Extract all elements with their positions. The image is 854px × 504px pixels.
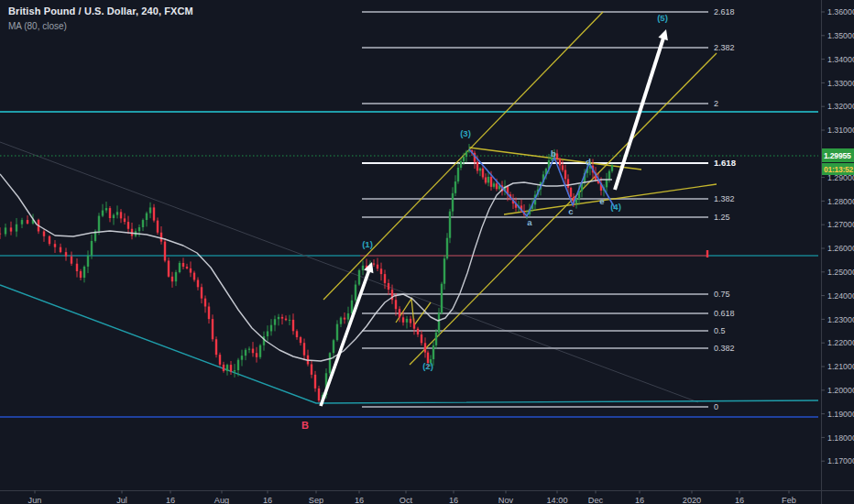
candle-body	[164, 242, 166, 261]
yellow-trend-channels[interactable]	[323, 12, 717, 365]
wave-label-e[interactable]: e	[599, 196, 604, 206]
candle-body	[449, 212, 451, 238]
candle-body	[245, 350, 246, 356]
tradingview-chart-window: 2.6182.38221.6181.3821.250.750.6180.50.3…	[0, 0, 854, 504]
candle-body	[91, 241, 93, 256]
candle-body	[208, 306, 210, 319]
wave-label-b[interactable]: b	[551, 148, 556, 159]
candle-body	[219, 355, 221, 365]
last-price-value: 1.29955	[824, 151, 851, 160]
wave-label-3[interactable]: (3)	[460, 128, 471, 138]
candle-body	[432, 345, 434, 359]
wave-label-a[interactable]: a	[527, 217, 532, 227]
candle-body	[98, 216, 100, 232]
candle-body	[21, 220, 23, 225]
impulse-arrow-2-shaft[interactable]	[615, 38, 663, 190]
candle-body	[355, 285, 356, 301]
fib-extension-drawing[interactable]: 2.6182.38221.6181.3821.250.750.6180.50.3…	[362, 7, 737, 411]
candle-body	[490, 177, 492, 187]
fib-label: 1.382	[714, 194, 735, 203]
candle-body	[60, 247, 61, 252]
fib-label: 0.75	[714, 290, 730, 299]
candle-body	[5, 227, 6, 234]
candle-body	[0, 234, 1, 235]
price-axis-label: 1.21000	[827, 362, 854, 371]
fib-label: 2.618	[714, 7, 735, 16]
price-axis-label: 1.31000	[827, 126, 854, 135]
price-axis-label: 1.25000	[827, 268, 854, 277]
candle-body	[248, 349, 250, 350]
indicator-label[interactable]: MA (80, close)	[8, 19, 193, 33]
candle-body	[336, 324, 338, 341]
candle-body	[223, 365, 224, 371]
candle-body	[71, 257, 72, 264]
candle-body	[149, 207, 151, 213]
bar-countdown-value: 01:13:52	[824, 165, 853, 174]
candle-body	[454, 181, 456, 193]
candle-body	[435, 333, 437, 345]
price-axis[interactable]: 1.360001.350001.340001.330001.320001.310…	[821, 7, 854, 466]
candle-body	[138, 227, 140, 231]
fib-label: 1.25	[714, 213, 730, 222]
fib-label: 0.618	[714, 309, 735, 318]
candle-body	[278, 317, 279, 319]
candle-body	[292, 320, 294, 331]
candle-body	[559, 159, 561, 165]
candle-body	[65, 252, 67, 257]
candle-body	[124, 218, 126, 222]
symbol-title[interactable]: British Pound / U.S. Dollar, 240, FXCM	[8, 5, 193, 18]
steep-channel-line-2[interactable]	[410, 53, 717, 365]
candle-body	[281, 317, 283, 319]
candle-body	[215, 339, 217, 355]
candle-body	[362, 266, 364, 270]
wave-label-c[interactable]: c	[568, 206, 574, 216]
candle-body	[201, 287, 203, 298]
candle-body	[197, 279, 199, 287]
time-axis-label: Sep	[309, 496, 323, 504]
candle-body	[413, 323, 415, 329]
wave-label-B[interactable]: B	[301, 420, 309, 431]
wave-label-5[interactable]: (5)	[657, 13, 668, 23]
candle-body	[43, 231, 45, 236]
chart-canvas[interactable]: 2.6182.38221.6181.3821.250.750.6180.50.3…	[0, 0, 854, 504]
candle-body	[204, 299, 206, 307]
candle-body	[190, 268, 192, 273]
candle-body	[83, 267, 85, 278]
candle-body	[212, 319, 214, 339]
chart-legend: British Pound / U.S. Dollar, 240, FXCM M…	[8, 5, 193, 33]
candle-body	[438, 313, 440, 333]
price-axis-label: 1.33000	[827, 79, 854, 88]
candle-body	[87, 256, 89, 267]
time-axis-label: Aug	[214, 496, 229, 504]
candle-body	[102, 211, 104, 216]
time-axis[interactable]: JunJul16Aug16Sep16Oct16Nov14:00Dec162020…	[28, 490, 796, 504]
wave-label-1[interactable]: (1)	[362, 239, 373, 249]
wave-label-2[interactable]: (2)	[422, 361, 433, 371]
candle-body	[311, 364, 312, 374]
candle-body	[226, 365, 228, 371]
fib-label: 2.382	[714, 43, 735, 52]
candle-body	[421, 334, 422, 343]
candle-body	[482, 169, 484, 178]
candle-body	[380, 268, 382, 274]
axes[interactable]	[0, 0, 854, 504]
candle-body	[373, 263, 375, 264]
candle-body	[131, 229, 133, 236]
wave-label-4[interactable]: (4)	[610, 202, 621, 212]
candle-body	[333, 340, 334, 353]
time-axis-label: Dec	[588, 496, 604, 504]
horizontal-level-lines[interactable]	[0, 112, 818, 417]
candle-body	[314, 375, 316, 389]
time-axis-label: Nov	[498, 496, 514, 504]
fib-label: 0	[714, 402, 718, 411]
candle-body	[303, 343, 305, 356]
candle-body	[340, 318, 342, 324]
wave-label-d[interactable]: d	[586, 157, 591, 167]
candle-body	[76, 264, 78, 271]
candle-body	[175, 272, 177, 281]
impulse-arrow-1-shaft[interactable]	[321, 269, 369, 406]
ma-80-line[interactable]	[0, 174, 612, 361]
time-axis-label: Jun	[28, 496, 42, 504]
candle-body	[399, 309, 400, 317]
candle-body	[146, 214, 148, 220]
